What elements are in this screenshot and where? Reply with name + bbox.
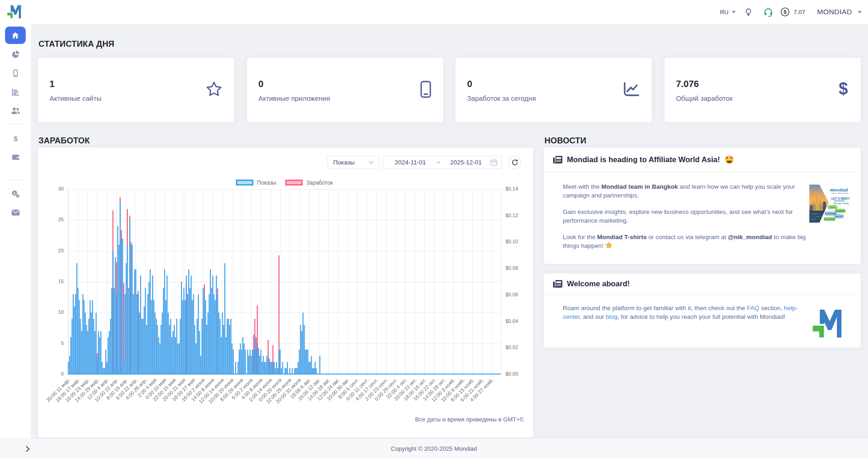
- svg-text:BANNER: BANNER: [836, 210, 845, 212]
- account-menu[interactable]: MONDIAD: [817, 8, 862, 16]
- stat-value: 0: [258, 79, 264, 89]
- select-chevron-icon: [369, 161, 374, 164]
- lightbulb-icon: [745, 8, 752, 16]
- sidebar: $: [0, 24, 31, 438]
- date-to-input[interactable]: 2025-12-01: [441, 159, 490, 166]
- newspaper-icon: [553, 280, 562, 288]
- sidebar-item-referrals[interactable]: [0, 101, 31, 120]
- star-icon: [205, 81, 223, 99]
- mobile-icon: [11, 69, 20, 77]
- affiliate-world-asia-banner: Mondiad smart advertising LET`S MEET! We…: [807, 182, 850, 224]
- refresh-icon: [511, 159, 518, 166]
- chevron-down-icon: [732, 11, 736, 13]
- star-emoji: [605, 241, 613, 249]
- top-bar: RU $ 7.07 MONDIAD: [0, 0, 868, 24]
- news-link[interactable]: blog: [606, 313, 618, 320]
- news-card-affiliate-world: Mondiad is heading to Affiliate World As…: [544, 148, 861, 264]
- news-link[interactable]: FAQ: [747, 305, 759, 311]
- tips-button[interactable]: [745, 8, 752, 16]
- envelope-icon: [11, 209, 20, 216]
- pie-chart-icon: [11, 50, 20, 59]
- stat-label: Заработок за сегодня: [467, 94, 536, 102]
- balance-indicator[interactable]: $ 7.07: [780, 7, 805, 16]
- news-text-segment: Gain exclusive insights, explore new bus…: [563, 208, 793, 224]
- news-title: Mondiad is heading to Affiliate World As…: [567, 155, 720, 164]
- mobile-icon: [420, 81, 432, 100]
- copyright-text: Copyright © 2020-2025 Mondiad: [0, 445, 868, 452]
- users-icon: [11, 107, 20, 115]
- stat-card-total-earnings: 7.076 Общий заработок $: [665, 58, 861, 122]
- news-paragraph: Meet with the Mondiad team in Bangkok an…: [563, 182, 807, 200]
- headset-icon: [764, 7, 773, 17]
- sidebar-item-reports[interactable]: [0, 82, 31, 101]
- news-paragraph: Look for the Mondiad T-shirts or contact…: [563, 233, 807, 250]
- refresh-button[interactable]: [508, 156, 521, 169]
- sidebar-item-wallet[interactable]: [0, 148, 31, 166]
- news-bold-text: Mondiad T-shirts: [597, 234, 647, 240]
- news-section-title: НОВОСТИ: [544, 137, 586, 145]
- language-dropdown[interactable]: RU: [720, 9, 736, 16]
- earnings-chart-card: Показы 2024-11-01 ⇀ 2025-12-01: [38, 148, 533, 437]
- news-text-segment: , and our: [580, 313, 606, 320]
- news-body: Meet with the Mondiad team in Bangkok an…: [544, 172, 861, 264]
- svg-text:$: $: [839, 80, 848, 98]
- stat-label: Активные приложения: [258, 94, 330, 102]
- stat-value: 0: [467, 79, 472, 89]
- home-icon: [11, 32, 19, 39]
- dollar-coin-icon: $: [780, 7, 790, 16]
- svg-text:$: $: [783, 9, 786, 15]
- svg-text:We have Traffic: We have Traffic: [834, 202, 849, 205]
- sidebar-item-payments[interactable]: $: [0, 129, 31, 148]
- sidebar-gap: [0, 166, 31, 175]
- main-content: СТАТИСТИКА ДНЯ 1 Активные сайты 0 Активн…: [31, 24, 868, 438]
- calendar-icon: [490, 159, 497, 166]
- chevron-down-icon: [858, 11, 862, 13]
- mondiad-logo-large: [809, 305, 845, 339]
- arrow-right-icon: ⇀: [435, 159, 442, 166]
- stat-card-active-apps: 0 Активные приложения: [247, 58, 443, 122]
- dollar-icon: $: [11, 134, 20, 142]
- news-paragraph: Roam around the platform to get familiar…: [563, 304, 807, 321]
- stat-cards-row: 1 Активные сайты 0 Активные приложения 0…: [38, 58, 861, 122]
- svg-text:Mondiad: Mondiad: [831, 188, 848, 192]
- sidebar-divider: [5, 124, 25, 125]
- stat-label: Активные сайты: [49, 94, 101, 102]
- stat-value: 1: [49, 79, 55, 89]
- stat-card-active-sites: 1 Активные сайты: [38, 58, 234, 122]
- dollar-icon: $: [837, 80, 849, 101]
- metric-select-value: Показы: [333, 159, 355, 166]
- mondiad-logo[interactable]: [5, 3, 22, 21]
- svg-text:TELEGRAM: TELEGRAM: [824, 218, 835, 220]
- metric-select[interactable]: Показы: [327, 156, 379, 169]
- news-text-segment: or contact us via telegram at: [647, 234, 728, 240]
- sidebar-item-settings[interactable]: [0, 184, 31, 203]
- stat-value: 7.076: [676, 79, 699, 89]
- date-from-input[interactable]: 2024-11-01: [386, 159, 435, 166]
- date-range-picker[interactable]: 2024-11-01 ⇀ 2025-12-01: [383, 156, 502, 169]
- mondiad-logo-icon: [5, 3, 22, 19]
- sidebar-item-statistics[interactable]: [0, 45, 31, 64]
- stats-section-title: СТАТИСТИКА ДНЯ: [38, 40, 861, 49]
- news-text-segment: section,: [759, 305, 784, 311]
- account-name: MONDIAD: [817, 8, 852, 16]
- news-bold-text: @nik_mondiad: [728, 234, 772, 240]
- sidebar-item-dashboard[interactable]: [5, 27, 26, 44]
- support-button[interactable]: [764, 7, 773, 17]
- news-text-segment: Roam around the platform to get familiar…: [563, 305, 747, 311]
- star-struck-emoji: [725, 155, 734, 164]
- news-text: Meet with the Mondiad team in Bangkok an…: [563, 182, 807, 250]
- svg-text:PUSH: PUSH: [830, 206, 835, 208]
- news-card-welcome: Welcome aboard! Roam around the platform…: [544, 273, 861, 348]
- news-bold-text: Mondiad team in Bangkok: [601, 183, 678, 190]
- balance-amount: 7.07: [794, 9, 805, 16]
- sidebar-item-messages[interactable]: [0, 203, 31, 222]
- svg-text:POPUNDER: POPUNDER: [825, 213, 837, 215]
- language-label: RU: [720, 9, 729, 16]
- news-text-segment: , for advice to help you reach your full…: [617, 313, 785, 320]
- news-paragraph: Gain exclusive insights, explore new bus…: [563, 208, 807, 225]
- sidebar-item-sites-apps[interactable]: [0, 64, 31, 82]
- bar-chart-icon: [11, 88, 20, 96]
- wallet-icon: [11, 153, 20, 161]
- svg-text:smart advertising: smart advertising: [831, 192, 848, 194]
- page-footer: Copyright © 2020-2025 Mondiad: [0, 438, 868, 459]
